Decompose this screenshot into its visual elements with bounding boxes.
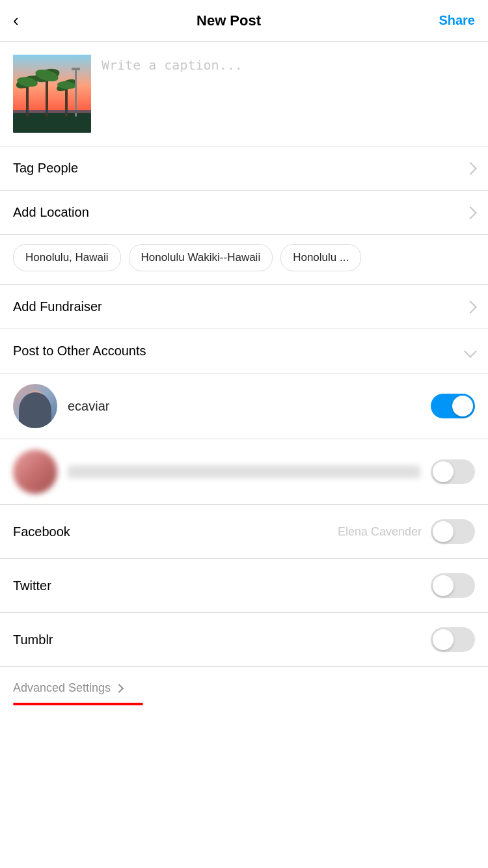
avatar-blurred	[13, 450, 57, 494]
twitter-row: Twitter	[0, 559, 488, 613]
add-location-row[interactable]: Add Location	[0, 191, 488, 235]
svg-rect-13	[13, 110, 91, 113]
red-indicator	[13, 703, 143, 705]
toggle-knob	[452, 396, 473, 416]
tag-people-row[interactable]: Tag People	[0, 146, 488, 191]
caption-input[interactable]	[102, 55, 475, 107]
add-location-label: Add Location	[13, 205, 89, 220]
back-button[interactable]: ‹	[13, 10, 19, 31]
tumblr-label: Tumblr	[13, 632, 53, 647]
twitter-controls	[431, 573, 475, 598]
chevron-down-icon	[464, 345, 477, 358]
toggle-knob	[433, 461, 454, 482]
avatar-ecaviar	[13, 384, 57, 428]
facebook-account-name: Elena Cavender	[338, 525, 422, 539]
add-fundraiser-label: Add Fundraiser	[13, 299, 102, 314]
svg-rect-12	[72, 68, 80, 70]
facebook-row: Facebook Elena Cavender	[0, 505, 488, 559]
tumblr-controls	[431, 627, 475, 652]
svg-rect-1	[13, 113, 91, 133]
account-toggle-blurred[interactable]	[431, 459, 475, 484]
chevron-right-icon	[464, 206, 477, 219]
chevron-right-icon	[464, 162, 477, 175]
facebook-label: Facebook	[13, 524, 70, 539]
account-row-blurred	[0, 439, 488, 505]
chevron-right-icon	[464, 301, 477, 314]
chip-honolulu-3[interactable]: Honolulu ...	[280, 244, 361, 271]
advanced-settings-chevron-icon	[115, 683, 124, 692]
post-to-other-accounts-label: Post to Other Accounts	[13, 344, 146, 359]
header: ‹ New Post Share	[0, 0, 488, 42]
location-chips: Honolulu, Hawaii Honolulu Wakiki--Hawaii…	[0, 235, 488, 285]
caption-section	[0, 42, 488, 146]
twitter-label: Twitter	[13, 578, 51, 593]
svg-rect-11	[75, 68, 77, 116]
tag-people-label: Tag People	[13, 161, 78, 176]
facebook-toggle[interactable]	[431, 519, 475, 544]
twitter-toggle[interactable]	[431, 573, 475, 598]
account-row-ecaviar: ecaviar	[0, 373, 488, 439]
account-toggle-ecaviar[interactable]	[431, 394, 475, 418]
post-thumbnail	[13, 55, 91, 133]
tumblr-toggle[interactable]	[431, 627, 475, 652]
chip-honolulu-wakiki[interactable]: Honolulu Wakiki--Hawaii	[129, 244, 273, 271]
tumblr-row: Tumblr	[0, 613, 488, 667]
share-button[interactable]: Share	[439, 13, 475, 28]
page-title: New Post	[197, 12, 261, 29]
add-fundraiser-row[interactable]: Add Fundraiser	[0, 285, 488, 329]
account-username-ecaviar: ecaviar	[68, 399, 420, 414]
facebook-controls: Elena Cavender	[338, 519, 475, 544]
account-username-blurred	[68, 465, 420, 478]
advanced-settings-row[interactable]: Advanced Settings	[0, 667, 488, 700]
toggle-knob	[433, 521, 454, 542]
toggle-knob	[433, 629, 454, 650]
advanced-settings-label: Advanced Settings	[13, 681, 111, 695]
chip-honolulu-hawaii[interactable]: Honolulu, Hawaii	[13, 244, 121, 271]
toggle-knob	[433, 575, 454, 596]
post-to-other-accounts-row[interactable]: Post to Other Accounts	[0, 329, 488, 373]
